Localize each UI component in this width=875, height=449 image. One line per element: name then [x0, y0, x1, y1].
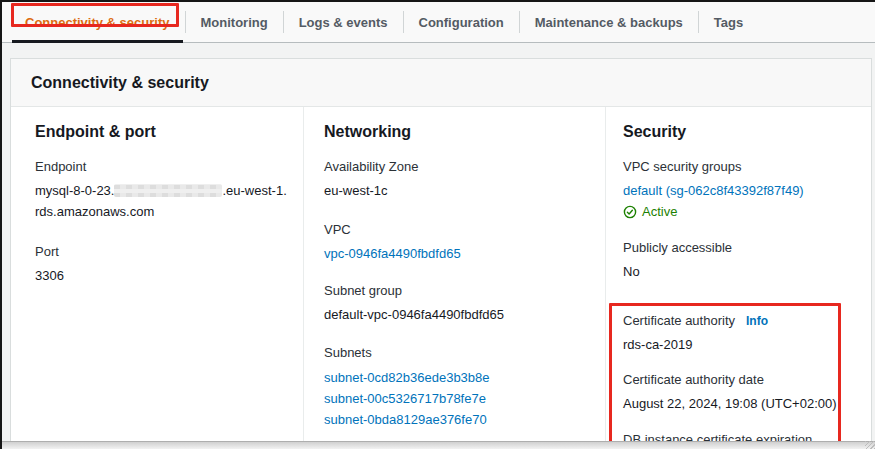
certificate-authority-date-field: Certificate authority date August 22, 20… [623, 372, 829, 414]
annotation-box-certificate-section: Certificate authority Info rds-ca-2019 C… [609, 303, 841, 449]
subnet-link-3[interactable]: subnet-0bda8129ae376fe70 [324, 409, 591, 430]
tab-monitoring[interactable]: Monitoring [186, 2, 283, 42]
publicly-accessible-value: No [623, 262, 861, 282]
security-group-status: Active [623, 204, 861, 219]
subnet-group-field: Subnet group default-vpc-0946fa4490fbdfd… [324, 283, 591, 325]
port-field: Port 3306 [35, 244, 287, 286]
security-heading: Security [623, 123, 861, 141]
tab-tags[interactable]: Tags [699, 2, 758, 42]
vpc-link[interactable]: vpc-0946fa4490fbdfd65 [324, 246, 461, 261]
column-endpoint-port: Endpoint & port Endpoint mysql-8-0-23..e… [11, 107, 303, 442]
subnet-group-label: Subnet group [324, 283, 591, 298]
tabbar-panel-gap [2, 43, 875, 58]
certificate-authority-date-value: August 22, 2024, 19:08 (UTC+02:00) [623, 394, 829, 414]
availability-zone-field: Availability Zone eu-west-1c [324, 159, 591, 201]
certificate-authority-date-label: Certificate authority date [623, 372, 829, 387]
column-security: Security VPC security groups default (sg… [605, 107, 871, 442]
rds-connectivity-security-screen: Connectivity & security Monitoring Logs … [0, 0, 875, 449]
status-active-text: Active [642, 204, 677, 219]
vpc-field: VPC vpc-0946fa4490fbdfd65 [324, 222, 591, 262]
tab-logs-events[interactable]: Logs & events [284, 2, 403, 42]
availability-zone-value: eu-west-1c [324, 181, 591, 201]
redacted-blur-block [114, 184, 222, 197]
subnets-label: Subnets [324, 345, 591, 360]
detail-tabs: Connectivity & security Monitoring Logs … [2, 2, 875, 43]
vpc-security-groups-field: VPC security groups default (sg-062c8f43… [623, 159, 861, 219]
tab-tags-label: Tags [714, 15, 743, 30]
window-resize-grip[interactable] [865, 441, 875, 449]
panel-body: Endpoint & port Endpoint mysql-8-0-23..e… [11, 107, 871, 442]
tab-connectivity-security-label: Connectivity & security [25, 15, 170, 30]
status-active-check-icon [623, 205, 637, 219]
endpoint-port-heading: Endpoint & port [35, 123, 287, 141]
port-label: Port [35, 244, 287, 259]
endpoint-field: Endpoint mysql-8-0-23..eu-west-1.rds.ama… [35, 159, 287, 223]
subnet-link-1[interactable]: subnet-0cd82b36ede3b3b8e [324, 367, 591, 388]
certificate-authority-field: Certificate authority Info rds-ca-2019 [623, 313, 829, 355]
panel-title: Connectivity & security [11, 59, 871, 107]
tab-logs-events-label: Logs & events [299, 15, 388, 30]
column-networking: Networking Availability Zone eu-west-1c … [303, 107, 605, 442]
endpoint-label: Endpoint [35, 159, 287, 174]
subnet-link-2[interactable]: subnet-00c5326717b78fe7e [324, 388, 591, 409]
tab-configuration[interactable]: Configuration [404, 2, 519, 42]
certificate-authority-value: rds-ca-2019 [623, 335, 829, 355]
subnet-group-value: default-vpc-0946fa4490fbdfd65 [324, 305, 591, 325]
certificate-authority-info-link[interactable]: Info [746, 314, 768, 328]
endpoint-value-prefix: mysql-8-0-23. [35, 183, 114, 198]
certificate-authority-label: Certificate authority [623, 313, 735, 328]
tab-monitoring-label: Monitoring [201, 15, 268, 30]
vpc-label: VPC [324, 222, 591, 237]
tab-maintenance-backups-label: Maintenance & backups [535, 15, 683, 30]
subnets-field: Subnets subnet-0cd82b36ede3b3b8e subnet-… [324, 345, 591, 430]
availability-zone-label: Availability Zone [324, 159, 591, 174]
tab-maintenance-backups[interactable]: Maintenance & backups [520, 2, 698, 42]
subnet-links: subnet-0cd82b36ede3b3b8e subnet-00c53267… [324, 367, 591, 430]
endpoint-value: mysql-8-0-23..eu-west-1.rds.amazonaws.co… [35, 181, 287, 223]
port-value: 3306 [35, 266, 287, 286]
security-group-link[interactable]: default (sg-062c8f43392f87f49) [623, 183, 804, 198]
horizontal-scrollbar[interactable] [2, 441, 875, 449]
tab-connectivity-security[interactable]: Connectivity & security [10, 2, 185, 42]
tab-configuration-label: Configuration [419, 15, 504, 30]
publicly-accessible-label: Publicly accessible [623, 240, 861, 255]
networking-heading: Networking [324, 123, 591, 141]
publicly-accessible-field: Publicly accessible No [623, 240, 861, 282]
connectivity-security-panel: Connectivity & security Endpoint & port … [10, 58, 872, 443]
vpc-security-groups-label: VPC security groups [623, 159, 861, 174]
